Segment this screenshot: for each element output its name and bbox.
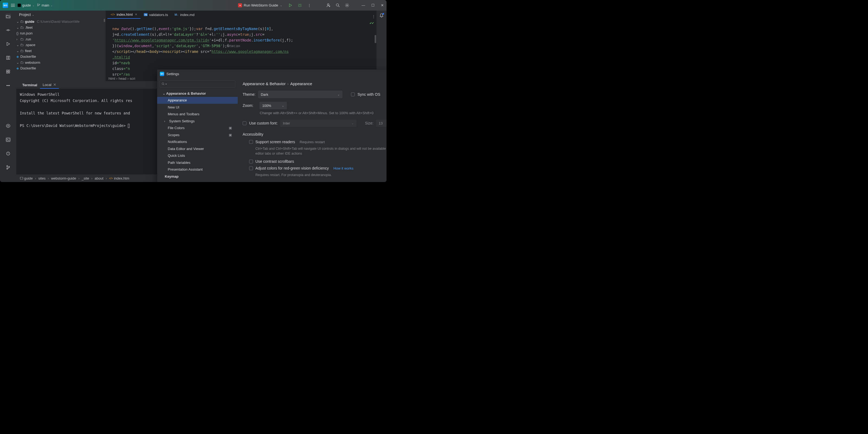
settings-search-input[interactable]: ▾: [160, 81, 236, 88]
project-selector[interactable]: guide ⌄: [18, 3, 34, 8]
zoom-combo[interactable]: 100%⌄: [259, 102, 287, 109]
settings-dialog: WS Settings ▾ ⌄Appearance & Behavior App…: [157, 69, 386, 182]
settings-node-file-colors[interactable]: File Colors▣: [157, 124, 238, 131]
terminal-cursor: [128, 124, 129, 128]
code-with-me-button[interactable]: [326, 3, 331, 8]
tab-validators-ts[interactable]: TSvalidators.ts: [141, 10, 171, 19]
tree-folder-run[interactable]: ›🗀 .run: [16, 36, 106, 42]
tree-folder-webstorm[interactable]: ⌄🗀 webstorm: [16, 60, 106, 66]
settings-button[interactable]: [345, 3, 349, 8]
notifications-button[interactable]: [379, 13, 383, 19]
settings-node-scopes[interactable]: Scopes▣: [157, 131, 238, 138]
svg-point-5: [336, 4, 339, 6]
notification-dot-icon: [382, 13, 384, 14]
custom-font-checkbox[interactable]: [243, 122, 247, 125]
commit-tool-button[interactable]: [5, 27, 11, 33]
terminal-tab-local[interactable]: Local✕: [40, 81, 59, 89]
navbar-crumb[interactable]: webstorm-guide: [51, 176, 76, 180]
svg-point-1: [37, 5, 38, 6]
build-tool-button[interactable]: [5, 123, 11, 129]
webstorm-window: WS guide ⌄ main ⌄ n Run WebStorm Guide ⌄…: [0, 0, 386, 182]
more-tools-button[interactable]: •••: [5, 83, 11, 88]
settings-node-system[interactable]: ›System Settings: [157, 118, 238, 125]
code-editor[interactable]: ✔✔new Date().getTime(),event:'gtm.js'});…: [106, 19, 376, 76]
tab-index-md[interactable]: M↓index.md: [171, 10, 197, 19]
settings-tree[interactable]: ▾ ⌄Appearance & Behavior Appearance New …: [157, 79, 238, 182]
settings-dialog-header[interactable]: WS Settings: [157, 70, 387, 79]
how-it-works-link[interactable]: How it works: [333, 166, 353, 170]
tree-folder-space[interactable]: ⌄🗀 .space: [16, 42, 106, 48]
size-combo[interactable]: 13⌄: [376, 120, 386, 127]
navbar-crumb[interactable]: guide: [20, 176, 33, 180]
debug-button[interactable]: [298, 3, 302, 8]
settings-node-appearance-behavior[interactable]: ⌄Appearance & Behavior: [157, 90, 238, 97]
settings-node-quick-lists[interactable]: Quick Lists: [157, 152, 238, 159]
search-everywhere-button[interactable]: [336, 3, 340, 8]
maximize-button[interactable]: ☐: [371, 3, 375, 7]
settings-node-editor[interactable]: ›Editor: [157, 180, 238, 182]
sync-os-label: Sync with OS: [358, 92, 380, 97]
svg-point-19: [9, 166, 10, 167]
git-branch-selector[interactable]: main ⌄: [37, 3, 53, 8]
more-actions-button[interactable]: ⋮: [307, 3, 312, 8]
project-tool-button[interactable]: [5, 13, 11, 19]
settings-node-presentation[interactable]: Presentation Assistant: [157, 166, 238, 173]
requires-restart-hint: Requires restart: [300, 140, 325, 144]
close-icon[interactable]: ✕: [135, 13, 137, 16]
services-tool-button[interactable]: [5, 69, 11, 74]
navbar-crumb[interactable]: _site: [82, 176, 89, 180]
structure-tool-button[interactable]: [5, 55, 11, 61]
screen-readers-checkbox[interactable]: [249, 140, 253, 144]
settings-node-menus[interactable]: Menus and Toolbars: [157, 111, 238, 118]
project-tool-header[interactable]: Project ⌄: [16, 10, 106, 19]
editor-scrollbar[interactable]: [375, 35, 376, 43]
run-tool-button[interactable]: [5, 41, 11, 46]
tree-file-runjson[interactable]: {} run.json: [16, 30, 106, 36]
editor-more-button[interactable]: ⋮: [371, 14, 376, 19]
run-button[interactable]: [288, 3, 293, 8]
tab-index-html[interactable]: </>index.html✕: [107, 10, 141, 19]
contrast-scrollbars-label: Use contrast scrollbars: [255, 159, 294, 163]
project-tree[interactable]: Project ⌄ ⌄🗀 guideC:\Users\David Watson\…: [16, 10, 106, 81]
tree-folder-fleet2[interactable]: ⌄🗀 fleet: [16, 48, 106, 54]
svg-rect-8: [6, 56, 8, 59]
npm-icon: n: [238, 3, 242, 7]
settings-node-notifications[interactable]: Notifications: [157, 138, 238, 145]
main-menu-button[interactable]: [10, 3, 15, 8]
contrast-scrollbars-checkbox[interactable]: [249, 159, 253, 163]
svg-point-21: [162, 83, 164, 85]
font-combo[interactable]: Inter⌄: [280, 120, 356, 127]
close-icon[interactable]: ✕: [53, 83, 56, 87]
terminal-tool-button[interactable]: [5, 137, 11, 143]
chevron-down-icon: ⌄: [51, 4, 53, 7]
close-button[interactable]: ✕: [380, 3, 384, 7]
theme-combo[interactable]: Dark⌄: [258, 91, 342, 98]
screen-readers-hint: Ctrl+Tab and Ctrl+Shift+Tab will navigat…: [255, 146, 387, 156]
svg-point-3: [299, 5, 301, 7]
navbar-crumb[interactable]: about: [95, 176, 104, 180]
tree-folder-fleet[interactable]: ⌄🗀 .fleet: [16, 25, 106, 31]
settings-node-keymap[interactable]: Keymap: [157, 173, 238, 180]
settings-node-new-ui[interactable]: New UI: [157, 104, 238, 111]
webstorm-logo: WS: [3, 3, 8, 8]
accessibility-heading: Accessibility: [243, 132, 387, 136]
vcs-tool-button[interactable]: [5, 165, 11, 170]
tree-file-docker2[interactable]: ◈ Dockerfile: [16, 65, 106, 71]
navbar-crumb[interactable]: </> index.htm: [109, 176, 129, 180]
tree-file-docker1[interactable]: ◈ Dockerfile: [16, 54, 106, 60]
tree-scrollbar[interactable]: [104, 19, 105, 22]
tree-root[interactable]: ⌄🗀 guideC:\Users\David Watson\We: [16, 19, 106, 25]
navbar-crumb[interactable]: sites: [38, 176, 45, 180]
settings-content: Appearance & Behavior›Appearance Theme: …: [238, 79, 387, 182]
minimize-button[interactable]: —: [361, 3, 365, 7]
chevron-down-icon: ⌄: [280, 4, 282, 7]
chevron-down-icon: ⌄: [32, 4, 35, 7]
sync-os-checkbox[interactable]: [351, 93, 355, 96]
settings-node-path-vars[interactable]: Path Variables: [157, 159, 238, 166]
color-deficiency-checkbox[interactable]: [249, 166, 253, 170]
settings-node-appearance[interactable]: Appearance: [157, 97, 238, 104]
run-configuration-selector[interactable]: n Run WebStorm Guide ⌄: [238, 3, 282, 8]
problems-tool-button[interactable]: [5, 151, 11, 156]
settings-node-data-editor[interactable]: Data Editor and Viewer: [157, 145, 238, 152]
terminal-tab-header[interactable]: Terminal: [20, 81, 40, 89]
